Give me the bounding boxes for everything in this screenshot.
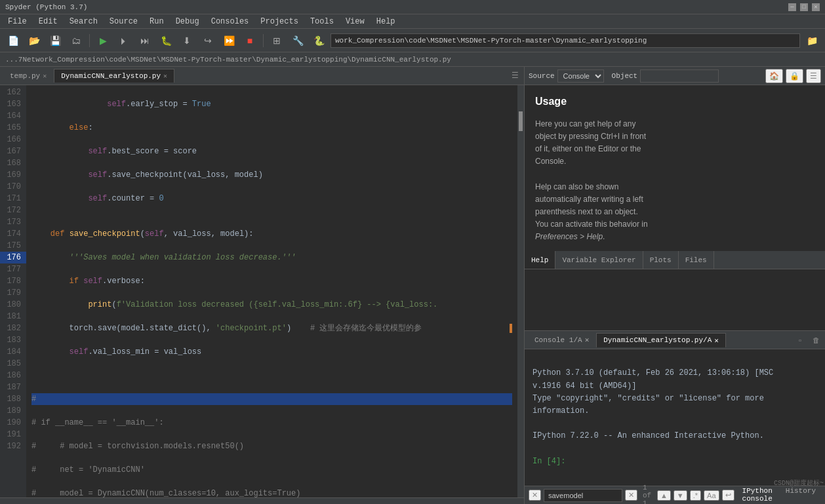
menu-debug[interactable]: Debug: [171, 16, 205, 28]
run-button[interactable]: ▶: [94, 31, 112, 50]
step-into-button[interactable]: ↪: [199, 31, 217, 50]
console-tab-dynamic[interactable]: DynamicCNN_earlystop.py/A ✕: [596, 333, 726, 347]
tab-dynamiccnn[interactable]: DynamicCNN_earlystop.py ✕: [54, 69, 174, 83]
search-next-button[interactable]: ▼: [674, 490, 687, 501]
editor-panel: temp.py ✕ DynamicCNN_earlystop.py ✕ ☰ 16…: [0, 67, 525, 504]
help-toolbar: Source Console Object 🏠 🔒 ☰: [525, 67, 825, 85]
tab-variable-explorer[interactable]: Variable Explorer: [555, 251, 643, 269]
horizontal-scrollbar[interactable]: [0, 497, 524, 504]
code-line-176: #: [31, 393, 512, 405]
filepath-bar: ...7Network_Compression\code\MSDNet\MSDN…: [0, 52, 825, 67]
object-input[interactable]: [640, 69, 719, 83]
close-button[interactable]: ✕: [812, 3, 820, 11]
run-cell-advance-button[interactable]: ⏭: [136, 31, 154, 50]
step-button[interactable]: ⬇: [178, 31, 196, 50]
code-line-168: def save_checkpoint(self, val_loss, mode…: [31, 228, 512, 240]
tab-menu-button[interactable]: ☰: [509, 71, 521, 81]
watermark: CSDN@甜度超标~: [774, 478, 824, 488]
save-file-button[interactable]: 💾: [46, 31, 64, 50]
tab-files[interactable]: Files: [679, 251, 714, 269]
toggle-panel-button[interactable]: ⊞: [268, 31, 286, 50]
console-options-button[interactable]: ▫: [794, 334, 807, 347]
minimize-button[interactable]: —: [788, 3, 796, 11]
object-label: Object: [612, 72, 638, 80]
code-content[interactable]: self.early_stop = True else: self.best_s…: [26, 85, 517, 497]
code-line-164: self.best_score = score: [31, 145, 512, 157]
tab-temp-py[interactable]: temp.py ✕: [3, 69, 54, 83]
code-area: 162 163 164 165 166 167 168 169 170 171 …: [0, 85, 524, 497]
menu-help[interactable]: Help: [371, 16, 401, 28]
console-search-bar: ✕ ✕ 1 of 1 ▲ ▼ .* Aa ↩ IPython console H…: [525, 486, 825, 504]
code-line-177: # if __name__ == '__main__':: [31, 417, 512, 429]
console-line-3: Type "copyright", "credits" or "license"…: [533, 394, 764, 403]
menu-tools[interactable]: Tools: [305, 16, 339, 28]
tab-dynamiccnn-close[interactable]: ✕: [163, 72, 167, 80]
console-line-2: v.1916 64 bit (AMD64)]: [533, 381, 636, 391]
lock-button[interactable]: 🔒: [786, 69, 803, 83]
title-bar: Spyder (Python 3.7) — □ ✕: [0, 0, 825, 14]
source-label: Source: [529, 72, 555, 80]
code-line-173: self.val_loss_min = val_loss: [31, 346, 512, 358]
browse-button[interactable]: 📁: [803, 31, 821, 50]
console-line-6: IPython 7.22.0 -- An enhanced Interactiv…: [533, 431, 764, 440]
console-line-4: information.: [533, 406, 589, 416]
help-panel: Source Console Object 🏠 🔒 ☰ Usage Here y…: [525, 67, 825, 331]
source-dropdown[interactable]: Console: [557, 69, 604, 83]
code-line-165: self.save_checkpoint(val_loss, model): [31, 169, 512, 181]
main-layout: temp.py ✕ DynamicCNN_earlystop.py ✕ ☰ 16…: [0, 67, 825, 504]
python-path-button[interactable]: 🐍: [310, 31, 328, 50]
console-tab-1[interactable]: Console 1/A ✕: [527, 332, 596, 347]
menu-source[interactable]: Source: [104, 16, 143, 28]
maximize-button[interactable]: □: [800, 3, 808, 11]
vertical-scrollbar[interactable]: [517, 85, 524, 497]
code-line-180: # model = DynamicCNN(num_classes=10, aux…: [31, 488, 512, 497]
search-prev-button[interactable]: ▲: [657, 490, 671, 501]
open-file-button[interactable]: 📂: [25, 31, 43, 50]
tab-help[interactable]: Help: [525, 251, 555, 269]
tab-plots[interactable]: Plots: [643, 251, 679, 269]
ipython-console-tab[interactable]: IPython console: [737, 484, 778, 505]
menu-edit[interactable]: Edit: [33, 16, 63, 28]
preferences-button[interactable]: 🔧: [289, 31, 307, 50]
save-all-button[interactable]: 🗂: [67, 31, 85, 50]
menu-projects[interactable]: Projects: [255, 16, 304, 28]
console-search-clear[interactable]: ✕: [625, 490, 637, 501]
file-path-text: ...7Network_Compression\code\MSDNet\MSDN…: [5, 56, 451, 64]
line-numbers: 162 163 164 165 166 167 168 169 170 171 …: [0, 85, 26, 497]
console-toolbar-right: ▫ 🗑: [794, 334, 822, 347]
separator-2: [263, 34, 264, 47]
debug-button[interactable]: 🐛: [157, 31, 175, 50]
help-text: Here you can get help of any object by p…: [535, 118, 815, 244]
menu-view[interactable]: View: [340, 16, 370, 28]
search-case-button[interactable]: Aa: [704, 490, 719, 501]
search-options-button[interactable]: .*: [690, 490, 701, 501]
console-tab-1-close[interactable]: ✕: [585, 336, 590, 344]
console-tab-dynamic-close[interactable]: ✕: [714, 336, 719, 345]
console-search-close[interactable]: ✕: [529, 490, 541, 501]
continue-button[interactable]: ⏩: [220, 31, 238, 50]
window-controls[interactable]: — □ ✕: [788, 3, 820, 11]
new-file-button[interactable]: 📄: [4, 31, 22, 50]
path-bar[interactable]: work_Compression\code\MSDNet\MSDNet-PyTo…: [331, 33, 800, 48]
code-line-179: # net = 'DynamicCNN': [31, 464, 512, 476]
console-tab-bar: Console 1/A ✕ DynamicCNN_earlystop.py/A …: [525, 331, 825, 349]
menu-search[interactable]: Search: [64, 16, 103, 28]
console-search-input[interactable]: [544, 489, 622, 502]
menu-bar: File Edit Search Source Run Debug Consol…: [0, 14, 825, 29]
toolbar: 📄 📂 💾 🗂 ▶ ⏵ ⏭ 🐛 ⬇ ↪ ⏩ ■ ⊞ 🔧 🐍 work_Compr…: [0, 29, 825, 52]
console-trash-button[interactable]: 🗑: [809, 334, 822, 347]
code-line-171: print(f'Validation loss decreased ({self…: [31, 299, 512, 311]
options-button[interactable]: ☰: [806, 69, 821, 83]
menu-consoles[interactable]: Consoles: [206, 16, 254, 28]
code-line-169: '''Saves model when validation loss decr…: [31, 252, 512, 263]
run-cell-button[interactable]: ⏵: [115, 31, 133, 50]
search-wrap-button[interactable]: ↩: [722, 490, 734, 501]
home-button[interactable]: 🏠: [765, 69, 783, 83]
menu-file[interactable]: File: [3, 16, 32, 28]
stop-button[interactable]: ■: [241, 31, 259, 50]
tab-temp-py-close[interactable]: ✕: [43, 72, 47, 80]
scrollbar-thumb[interactable]: [519, 111, 523, 131]
tab-dynamiccnn-label: DynamicCNN_earlystop.py: [61, 72, 161, 80]
help-preferences-link: Preferences > Help: [535, 232, 603, 241]
menu-run[interactable]: Run: [144, 16, 169, 28]
